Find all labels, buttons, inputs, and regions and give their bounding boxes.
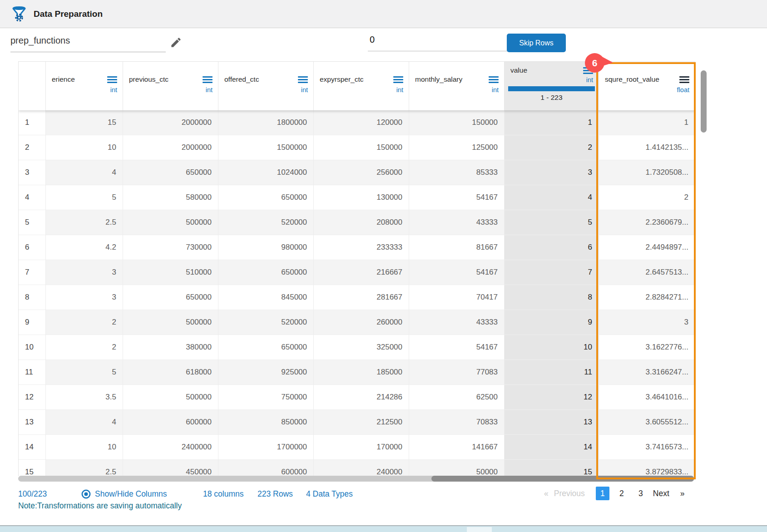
cell-expyrsper_ctc[interactable]: 212500 [314, 410, 409, 435]
cell-offered_ctc[interactable]: 650000 [218, 260, 314, 285]
cell-value[interactable]: 4 [505, 185, 599, 210]
pagination-next-arrow[interactable]: » [680, 489, 685, 498]
vertical-scrollbar-thumb[interactable] [701, 70, 707, 133]
cell-expyrsper_ctc[interactable]: 170000 [314, 435, 409, 460]
cell-offered_ctc[interactable]: 650000 [218, 335, 314, 360]
cell-previous_ctc[interactable]: 650000 [123, 285, 218, 310]
pagination-page-3[interactable]: 3 [634, 487, 648, 500]
column-header-expyrsper_ctc[interactable]: expyrsper_ctcint [314, 62, 409, 110]
cell-expyrsper_ctc[interactable]: 150000 [314, 135, 409, 160]
cell-monthly_salary[interactable]: 85333 [409, 160, 505, 185]
cell-squre_root_value[interactable]: 3.7416573... [599, 435, 695, 460]
cell-erience[interactable]: 10 [46, 135, 123, 160]
cell-previous_ctc[interactable]: 580000 [123, 185, 218, 210]
cell-monthly_salary[interactable]: 43333 [409, 210, 505, 235]
cell-value[interactable]: 15 [505, 460, 599, 476]
horizontal-scrollbar-thumb[interactable] [431, 476, 694, 482]
cell-offered_ctc[interactable]: 1700000 [218, 435, 314, 460]
cell-previous_ctc[interactable]: 600000 [123, 410, 218, 435]
cell-value[interactable]: 6 [505, 235, 599, 260]
skip-rows-input[interactable]: 0 [368, 34, 518, 51]
cell-value[interactable]: 12 [505, 385, 599, 410]
cell-squre_root_value[interactable]: 2.6457513... [599, 260, 695, 285]
cell-expyrsper_ctc[interactable]: 130000 [314, 185, 409, 210]
column-header-offered_ctc[interactable]: offered_ctcint [218, 62, 314, 110]
cell-offered_ctc[interactable]: 650000 [218, 185, 314, 210]
cell-expyrsper_ctc[interactable]: 260000 [314, 310, 409, 335]
cell-previous_ctc[interactable]: 500000 [123, 385, 218, 410]
cell-previous_ctc[interactable]: 618000 [123, 360, 218, 385]
cell-expyrsper_ctc[interactable]: 256000 [314, 160, 409, 185]
cell-squre_root_value[interactable]: 2.8284271... [599, 285, 695, 310]
cell-value[interactable]: 2 [505, 135, 599, 160]
column-header-squre_root_value[interactable]: squre_root_valuefloat [599, 62, 695, 110]
column-header-value[interactable]: valueint1 - 223 [505, 62, 599, 110]
cell-offered_ctc[interactable]: 925000 [218, 360, 314, 385]
cell-offered_ctc[interactable]: 980000 [218, 235, 314, 260]
cell-erience[interactable]: 15 [46, 110, 123, 135]
cell-squre_root_value[interactable]: 1.7320508... [599, 160, 695, 185]
cell-value[interactable]: 10 [505, 335, 599, 360]
cell-monthly_salary[interactable]: 54167 [409, 185, 505, 210]
cell-expyrsper_ctc[interactable]: 281667 [314, 285, 409, 310]
cell-erience[interactable]: 5 [46, 360, 123, 385]
cell-offered_ctc[interactable]: 1024000 [218, 160, 314, 185]
cell-monthly_salary[interactable]: 43333 [409, 310, 505, 335]
cell-previous_ctc[interactable]: 450000 [123, 460, 218, 476]
cell-previous_ctc[interactable]: 500000 [123, 210, 218, 235]
cell-monthly_salary[interactable]: 70833 [409, 410, 505, 435]
cell-offered_ctc[interactable]: 845000 [218, 285, 314, 310]
cell-expyrsper_ctc[interactable]: 216667 [314, 260, 409, 285]
cell-erience[interactable]: 2.5 [46, 460, 123, 476]
cell-erience[interactable]: 3 [46, 285, 123, 310]
cell-previous_ctc[interactable]: 650000 [123, 160, 218, 185]
cell-monthly_salary[interactable]: 125000 [409, 135, 505, 160]
cell-erience[interactable]: 4 [46, 410, 123, 435]
cell-monthly_salary[interactable]: 54167 [409, 260, 505, 285]
cell-erience[interactable]: 2 [46, 335, 123, 360]
cell-squre_root_value[interactable]: 3.6055512... [599, 410, 695, 435]
pagination-next-button[interactable]: Next [653, 489, 669, 498]
pagination-page-2[interactable]: 2 [615, 487, 628, 500]
cell-expyrsper_ctc[interactable]: 185000 [314, 360, 409, 385]
cell-monthly_salary[interactable]: 150000 [409, 110, 505, 135]
cell-expyrsper_ctc[interactable]: 325000 [314, 335, 409, 360]
cell-expyrsper_ctc[interactable]: 233333 [314, 235, 409, 260]
cell-value[interactable]: 14 [505, 435, 599, 460]
cell-previous_ctc[interactable]: 730000 [123, 235, 218, 260]
cell-previous_ctc[interactable]: 510000 [123, 260, 218, 285]
pagination-previous-button[interactable]: Previous [554, 489, 585, 498]
cell-value[interactable]: 7 [505, 260, 599, 285]
cell-erience[interactable]: 3.5 [46, 385, 123, 410]
cell-expyrsper_ctc[interactable]: 240000 [314, 460, 409, 476]
cell-value[interactable]: 1 [505, 110, 599, 135]
cell-offered_ctc[interactable]: 1500000 [218, 135, 314, 160]
cell-previous_ctc[interactable]: 2000000 [123, 110, 218, 135]
cell-previous_ctc[interactable]: 380000 [123, 335, 218, 360]
bottom-edge-scrollbar[interactable] [0, 525, 767, 532]
horizontal-scrollbar[interactable] [18, 476, 694, 482]
cell-offered_ctc[interactable]: 1800000 [218, 110, 314, 135]
cell-value[interactable]: 11 [505, 360, 599, 385]
pagination-prev-arrow[interactable]: « [544, 489, 549, 498]
cell-erience[interactable]: 3 [46, 260, 123, 285]
cell-value[interactable]: 5 [505, 210, 599, 235]
cell-squre_root_value[interactable]: 3.1622776... [599, 335, 695, 360]
cell-previous_ctc[interactable]: 500000 [123, 310, 218, 335]
cell-squre_root_value[interactable]: 2.4494897... [599, 235, 695, 260]
cell-erience[interactable]: 4 [46, 160, 123, 185]
cell-previous_ctc[interactable]: 2000000 [123, 135, 218, 160]
cell-squre_root_value[interactable]: 3.8729833... [599, 460, 695, 476]
column-menu-icon[interactable] [298, 76, 308, 84]
pagination-page-1[interactable]: 1 [596, 487, 609, 500]
cell-monthly_salary[interactable]: 141667 [409, 435, 505, 460]
cell-offered_ctc[interactable]: 520000 [218, 310, 314, 335]
cell-monthly_salary[interactable]: 77083 [409, 360, 505, 385]
cell-monthly_salary[interactable]: 54167 [409, 335, 505, 360]
dataset-name-input[interactable]: prep_functions [10, 35, 166, 52]
skip-rows-button[interactable]: Skip Rows [507, 34, 566, 52]
cell-erience[interactable]: 2 [46, 310, 123, 335]
column-header-erience[interactable]: erienceint [46, 62, 123, 110]
cell-value[interactable]: 9 [505, 310, 599, 335]
cell-offered_ctc[interactable]: 850000 [218, 410, 314, 435]
